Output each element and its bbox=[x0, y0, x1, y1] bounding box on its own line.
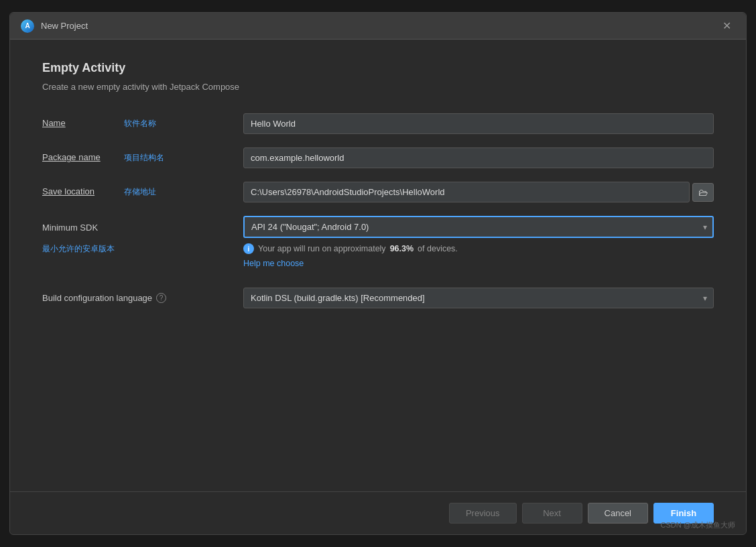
save-location-label: Save location bbox=[42, 186, 116, 196]
question-mark: ? bbox=[160, 294, 164, 302]
next-button[interactable]: Next bbox=[522, 503, 582, 524]
minimum-sdk-label: Minimum SDK bbox=[42, 223, 98, 233]
app-icon-letter: A bbox=[25, 22, 29, 29]
hint-percentage: 96.3% bbox=[390, 244, 414, 253]
save-location-input[interactable] bbox=[243, 182, 690, 202]
dialog-footer: Previous Next Cancel Finish bbox=[10, 491, 746, 534]
name-row: Name 软件名称 bbox=[42, 113, 714, 134]
minimum-sdk-select[interactable]: API 24 ("Nougat"; Android 7.0)API 21 ("L… bbox=[243, 216, 714, 238]
build-configuration-select-wrapper: Kotlin DSL (build.gradle.kts) [Recommend… bbox=[243, 288, 714, 308]
help-me-choose-link[interactable]: Help me choose bbox=[243, 259, 304, 268]
hint-suffix: of devices. bbox=[418, 244, 458, 253]
build-configuration-label-group: Build configuration language ? bbox=[42, 293, 243, 303]
build-configuration-row: Build configuration language ? Kotlin DS… bbox=[42, 288, 714, 308]
save-location-label-zh: 存储地址 bbox=[124, 186, 156, 198]
section-subtitle: Create a new empty activity with Jetpack… bbox=[42, 82, 714, 92]
sdk-hint-text: i Your app will run on approximately 96.… bbox=[243, 243, 714, 254]
title-bar: A New Project ✕ bbox=[10, 13, 746, 40]
info-icon: i bbox=[243, 243, 254, 254]
name-label-zh: 软件名称 bbox=[124, 118, 156, 129]
minimum-sdk-select-wrapper: API 24 ("Nougat"; Android 7.0)API 21 ("L… bbox=[243, 216, 714, 238]
minimum-sdk-row: Minimum SDK API 24 ("Nougat"; Android 7.… bbox=[42, 216, 714, 238]
dialog-content: Empty Activity Create a new empty activi… bbox=[10, 40, 746, 491]
minimum-sdk-label-zh: 最小允许的安卓版本 bbox=[42, 243, 115, 255]
build-configuration-select[interactable]: Kotlin DSL (build.gradle.kts) [Recommend… bbox=[243, 288, 714, 308]
watermark: CSDN @成木摸鱼大师 bbox=[661, 520, 735, 530]
help-question-icon[interactable]: ? bbox=[156, 293, 166, 303]
section-title: Empty Activity bbox=[42, 61, 714, 75]
browse-folder-button[interactable]: 🗁 bbox=[692, 183, 714, 202]
package-name-input[interactable] bbox=[243, 147, 714, 168]
package-name-label-zh: 项目结构名 bbox=[124, 152, 164, 164]
package-name-row: Package name 项目结构名 bbox=[42, 147, 714, 168]
name-label: Name bbox=[42, 118, 116, 128]
folder-icon: 🗁 bbox=[698, 187, 708, 198]
build-configuration-label: Build configuration language bbox=[42, 293, 152, 303]
sdk-hint-content: i Your app will run on approximately 96.… bbox=[243, 243, 714, 269]
dialog-title: New Project bbox=[41, 21, 88, 31]
sdk-hint-spacer: 最小允许的安卓版本 bbox=[42, 243, 243, 255]
minimum-sdk-label-group: Minimum SDK bbox=[42, 221, 243, 233]
name-input[interactable] bbox=[243, 113, 714, 134]
package-name-label-group: Package name 项目结构名 bbox=[42, 152, 243, 164]
previous-button[interactable]: Previous bbox=[449, 503, 517, 524]
hint-prefix: Your app will run on approximately bbox=[258, 244, 386, 253]
save-location-input-group: 🗁 bbox=[243, 182, 714, 202]
name-label-group: Name 软件名称 bbox=[42, 118, 243, 129]
new-project-dialog: A New Project ✕ Empty Activity Create a … bbox=[9, 12, 747, 535]
title-bar-left: A New Project bbox=[21, 19, 88, 33]
package-name-label: Package name bbox=[42, 152, 116, 162]
app-icon: A bbox=[21, 19, 34, 33]
save-location-row: Save location 存储地址 🗁 bbox=[42, 182, 714, 202]
close-button[interactable]: ✕ bbox=[718, 18, 735, 34]
cancel-button[interactable]: Cancel bbox=[588, 503, 648, 524]
sdk-hint-row: 最小允许的安卓版本 i Your app will run on approxi… bbox=[42, 243, 714, 269]
save-location-label-group: Save location 存储地址 bbox=[42, 186, 243, 198]
